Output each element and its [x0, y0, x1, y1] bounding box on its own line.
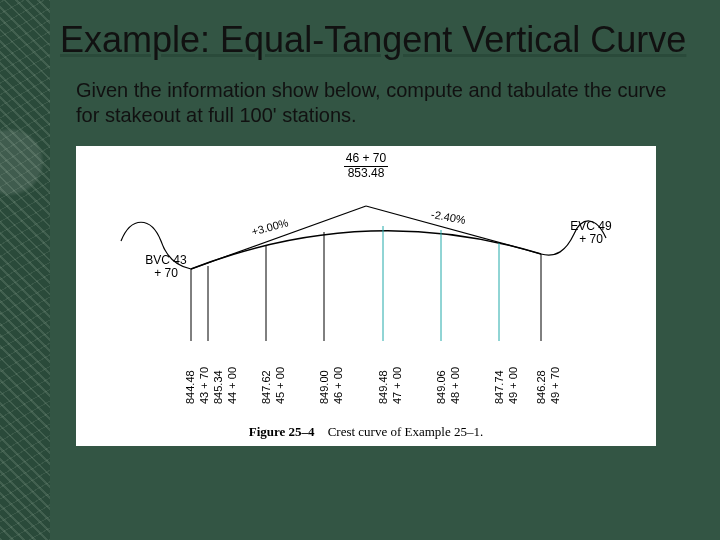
figure-caption-bold: Figure 25–4 [249, 424, 315, 439]
bvc-label: BVC 43 + 70 [141, 254, 191, 280]
bvc-text: BVC [145, 253, 170, 267]
elev-2: 847.62 [260, 334, 272, 404]
figure-caption: Figure 25–4 Crest curve of Example 25–1. [76, 424, 656, 440]
elev-1: 845.34 [212, 334, 224, 404]
elev-3: 849.00 [318, 334, 330, 404]
curve-svg [76, 146, 656, 446]
sta-2: 45 + 00 [274, 334, 286, 404]
elev-5: 849.06 [435, 334, 447, 404]
sta-1: 44 + 00 [226, 334, 238, 404]
figure-caption-rest: Crest curve of Example 25–1. [328, 424, 484, 439]
slide-title: Example: Equal-Tangent Vertical Curve [60, 20, 700, 60]
elev-0: 844.48 [184, 334, 196, 404]
sta-3: 46 + 00 [332, 334, 344, 404]
pvi-station: 46 + 70 [344, 152, 388, 165]
pvi-elevation: 853.48 [344, 166, 388, 180]
evc-label: EVC 49 + 70 [566, 220, 616, 246]
slide-side-texture [0, 0, 50, 540]
sta-4: 47 + 00 [391, 334, 403, 404]
evc-text: EVC [570, 219, 595, 233]
pvi-label: 46 + 70 853.48 [344, 152, 388, 180]
slide-content: Example: Equal-Tangent Vertical Curve Gi… [60, 20, 700, 446]
elev-7: 846.28 [535, 334, 547, 404]
sta-0: 43 + 70 [198, 334, 210, 404]
elev-6: 847.74 [493, 334, 505, 404]
sta-6: 49 + 00 [507, 334, 519, 404]
slide-body-text: Given the information show below, comput… [76, 78, 684, 128]
elev-4: 849.48 [377, 334, 389, 404]
sta-5: 48 + 00 [449, 334, 461, 404]
crest-curve-figure: 46 + 70 853.48 BVC 43 + 70 EVC 49 + 70 +… [76, 146, 656, 446]
sta-7: 49 + 70 [549, 334, 561, 404]
